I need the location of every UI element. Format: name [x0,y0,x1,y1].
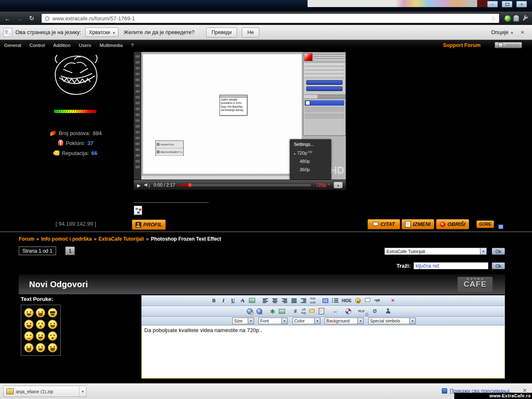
italic-button[interactable]: I [219,296,228,305]
emoticon-icon[interactable] [48,331,57,341]
emoticon-icon[interactable] [36,331,45,341]
video-player[interactable]: Zatim obojite pozadinu u crnu boju.Ctrl.… [134,52,346,190]
top-anchor-icon[interactable] [498,224,503,229]
font-select[interactable]: Font [259,318,288,324]
attachment-thumbnail[interactable] [134,206,142,215]
message-textarea[interactable]: Da poboljsate kvalitete videa namestite … [141,325,505,379]
quality-option-720p[interactable]: 720p HD [294,150,331,159]
volume-button[interactable] [144,181,150,189]
special-symbols-select[interactable]: Special simbols [368,318,416,324]
wrench-menu-icon[interactable] [521,15,528,22]
options-dropdown[interactable]: Опције [491,29,513,35]
spoiler-button[interactable] [268,307,277,315]
video-frame[interactable]: Zatim obojite pozadinu u crnu boju.Ctrl.… [134,52,346,180]
search-input[interactable] [414,262,488,269]
download-item[interactable]: anja_eliane (1).zip [3,386,86,397]
izmeni-button[interactable]: IZMENI [401,219,434,229]
back-button[interactable] [2,13,12,23]
insert-link-button[interactable] [245,307,254,315]
fullscreen-button[interactable] [334,182,342,188]
gore-button[interactable]: GORE [476,220,494,228]
noparse-button[interactable] [370,307,379,315]
bold-button[interactable]: B [209,296,218,305]
translate-button[interactable]: Преведи [206,27,237,37]
offtop-button[interactable]: off top [301,308,306,315]
breadcrumb-section[interactable]: Info pomoć i podrška [41,236,91,242]
translate-close-icon[interactable] [520,30,525,35]
language-dropdown[interactable]: Хрватски [85,27,118,37]
page-1-button[interactable]: 1 [65,246,75,255]
progress-bar[interactable] [180,184,311,186]
emoticon-icon[interactable] [48,308,57,318]
url-text[interactable]: www.extracafe.rs/forum/57-1769-1 [52,15,488,22]
close-button[interactable] [516,1,527,7]
quote-bubble-button[interactable] [308,307,316,315]
background-select[interactable]: Background [325,318,364,324]
forward-button[interactable] [15,13,25,23]
quality-settings-menu[interactable]: Settings... 720p HD 480p 360p [290,139,331,180]
underline-button[interactable]: U [229,296,237,305]
emoticon-icon[interactable] [48,320,57,329]
extension-shield-icon[interactable] [513,15,519,22]
insert-table-button[interactable] [321,296,330,305]
restore-button[interactable] [502,1,512,7]
bookmark-star-icon[interactable] [490,15,496,22]
hr-button[interactable]: ↔ [330,307,339,315]
menu-general[interactable]: General [4,43,21,48]
play-button[interactable] [137,181,140,189]
emoticon-icon[interactable] [24,320,34,329]
hide-button[interactable]: HIDE [340,296,353,305]
reload-button[interactable] [27,13,37,23]
align-right-button[interactable] [280,296,289,305]
jump-ok-button[interactable]: Ok [492,248,505,255]
translit-button[interactable]: ЧЯ [373,296,382,305]
no-translate-button[interactable]: Не [242,27,259,37]
quality-button[interactable]: 720p [315,182,326,187]
emoticon-icon[interactable] [24,308,34,318]
color-select[interactable]: Color [293,318,320,324]
menu-addition[interactable]: Addition [53,43,71,48]
align-center-button[interactable] [271,296,279,305]
download-caret-icon[interactable] [79,386,86,397]
emoticon-icon[interactable] [36,308,45,318]
justify-button[interactable] [290,296,298,305]
code-button[interactable]: # [291,307,300,315]
minimize-button[interactable] [487,1,498,7]
size-select[interactable]: Size [232,318,254,324]
plain-page-button[interactable] [317,307,326,315]
quality-option-360p[interactable]: 360p [294,167,331,175]
extension-globe-icon[interactable] [504,15,511,22]
emoticon-icon[interactable] [48,343,57,352]
menu-multimedia[interactable]: Multimedia [100,43,123,48]
list-button[interactable] [331,296,340,305]
menu-control[interactable]: Control [30,43,45,48]
strikethrough-button[interactable]: A [238,296,247,305]
breadcrumb-forum[interactable]: Forum [19,236,34,242]
close-editor-button[interactable] [389,296,397,305]
align-left-button[interactable] [261,296,270,305]
menu-help[interactable]: ? [131,43,133,48]
user-link-button[interactable] [384,307,392,315]
quality-option-480p[interactable]: 480p [294,159,331,167]
citat-button[interactable]: CITAT [367,219,400,229]
media-button[interactable] [344,307,352,315]
emoticon-button[interactable] [354,296,362,305]
support-forum-link[interactable]: Support Forum [443,42,480,48]
image-url-button[interactable] [278,307,286,315]
remove-link-button[interactable] [255,307,264,315]
breadcrumb-subsection[interactable]: ExtraCafe Tutorijali [99,236,144,242]
obrisi-button[interactable]: OBRIŠI [436,219,469,229]
menu-users[interactable]: Users [79,43,91,48]
forum-jump-select[interactable]: ExtraCafe Tutorijali [384,248,487,255]
superscript-button[interactable]: sup [310,296,315,300]
indent-button[interactable] [299,296,308,305]
emoticon-icon[interactable] [36,343,45,352]
search-ok-button[interactable]: Ok [492,262,505,269]
quote-button[interactable] [363,296,372,305]
progress-handle[interactable] [188,183,192,187]
flv-button[interactable]: FLV [357,307,366,315]
emoticon-icon[interactable] [36,320,45,329]
insert-image-button[interactable] [248,296,256,305]
subscript-button[interactable]: sub [310,300,315,305]
profil-button[interactable]: PROFIL [132,219,166,230]
